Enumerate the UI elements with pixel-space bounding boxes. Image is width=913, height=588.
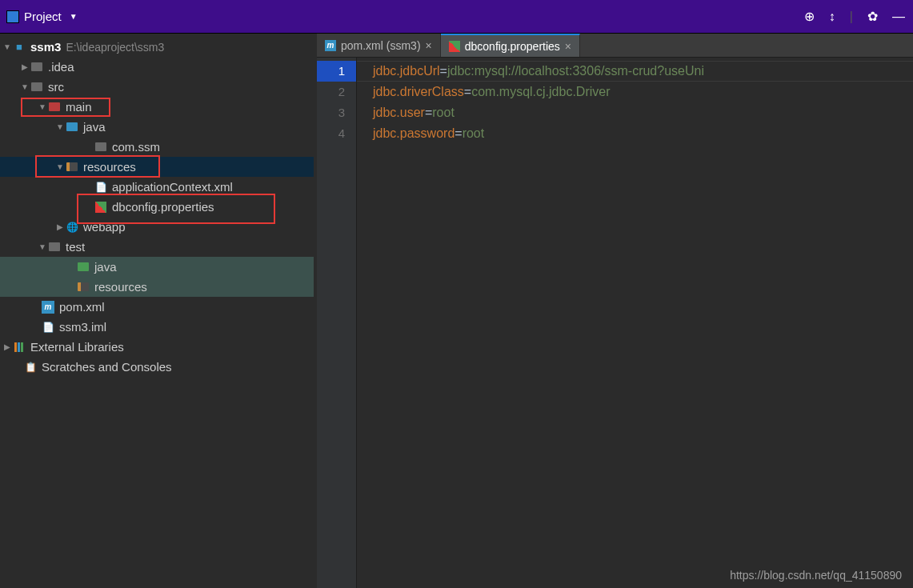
properties-file-icon	[94, 201, 107, 214]
tree-label: .idea	[48, 60, 74, 74]
tree-label: applicationContext.xml	[112, 180, 233, 194]
maven-icon: m	[325, 40, 336, 51]
expand-icon[interactable]: ↕	[829, 10, 835, 24]
equals-sign: =	[464, 85, 471, 98]
toolbar-title-area[interactable]: Project ▼	[0, 10, 78, 23]
project-icon	[6, 10, 19, 23]
code-line: jdbc.jdbcUrl=jdbc:mysql://localhost:3306…	[373, 61, 913, 82]
line-number: 1	[317, 61, 356, 82]
code-line: jdbc.user=root	[373, 102, 913, 123]
tree-item-dbconfig[interactable]: dbconfig.properties	[0, 197, 314, 217]
svg-rect-0	[14, 342, 17, 352]
expand-arrow-icon[interactable]	[19, 82, 30, 91]
tree-item-resources[interactable]: resources	[0, 157, 314, 177]
close-icon[interactable]: ×	[426, 39, 432, 52]
tree-label: java	[83, 120, 106, 134]
libraries-icon	[13, 341, 26, 354]
tree-item-idea[interactable]: .idea	[0, 57, 314, 77]
tree-label: ssm3.iml	[59, 320, 106, 334]
property-key: jdbc.jdbcUrl	[373, 64, 440, 78]
toolbar-actions: ⊕ ↕ | ✿ —	[804, 9, 913, 24]
project-toolbar: Project ▼ ⊕ ↕ | ✿ —	[0, 0, 913, 34]
tree-item-test-resources[interactable]: resources	[0, 277, 314, 297]
expand-arrow-icon[interactable]	[54, 162, 66, 171]
tab-label: pom.xml (ssm3)	[341, 39, 421, 52]
tree-root[interactable]: ■ ssm3 E:\ideaproject\ssm3	[0, 37, 314, 57]
expand-arrow-icon[interactable]	[2, 342, 13, 351]
tree-external-libraries[interactable]: External Libraries	[0, 337, 314, 357]
editor-area: m pom.xml (ssm3) × dbconfig.properties ×…	[317, 34, 913, 588]
tree-item-iml[interactable]: 📄 ssm3.iml	[0, 317, 314, 337]
line-number: 3	[317, 102, 345, 123]
property-key: jdbc.password	[373, 126, 454, 140]
tree-item-src[interactable]: src	[0, 77, 314, 97]
tree-label: com.ssm	[112, 140, 160, 154]
property-key: jdbc.user	[373, 106, 425, 119]
toolbar-title: Project	[24, 10, 62, 23]
properties-icon	[449, 41, 460, 52]
tree-label: resources	[94, 280, 147, 294]
expand-arrow-icon[interactable]	[37, 102, 48, 111]
minimize-icon[interactable]: —	[892, 10, 905, 24]
tree-item-webapp[interactable]: 🌐 webapp	[0, 217, 314, 237]
code-line: jdbc.driverClass=com.mysql.cj.jdbc.Drive…	[373, 82, 913, 102]
folder-icon	[48, 101, 61, 114]
tree-item-java[interactable]: java	[0, 117, 314, 137]
tree-label: ssm3	[30, 40, 61, 54]
tab-dbconfig[interactable]: dbconfig.properties ×	[441, 34, 580, 57]
line-number: 4	[317, 123, 345, 144]
svg-rect-2	[21, 342, 23, 352]
editor-tabs: m pom.xml (ssm3) × dbconfig.properties ×	[317, 34, 913, 58]
tree-item-appctx[interactable]: 📄 applicationContext.xml	[0, 177, 314, 197]
equals-sign: =	[425, 106, 432, 119]
divider: |	[850, 10, 853, 24]
web-folder-icon: 🌐	[66, 221, 78, 234]
project-tree-panel: ■ ssm3 E:\ideaproject\ssm3 .idea src mai…	[0, 34, 317, 588]
test-folder-icon	[77, 261, 90, 274]
close-icon[interactable]: ×	[565, 40, 571, 53]
scratch-icon: 📋	[24, 361, 37, 374]
tree-item-main[interactable]: main	[0, 97, 314, 117]
tree-label: Scratches and Consoles	[42, 360, 172, 374]
tree-item-pom[interactable]: m pom.xml	[0, 297, 314, 317]
watermark: https://blog.csdn.net/qq_41150890	[730, 569, 902, 582]
expand-arrow-icon[interactable]	[54, 222, 66, 231]
test-resources-icon	[77, 281, 90, 294]
tree-path: E:\ideaproject\ssm3	[66, 41, 164, 54]
line-number: 2	[317, 82, 345, 102]
tree-label: java	[94, 260, 117, 274]
expand-arrow-icon[interactable]	[2, 42, 13, 51]
tree-item-test-java[interactable]: java	[0, 257, 314, 277]
tree-label: pom.xml	[59, 300, 105, 314]
svg-rect-1	[18, 342, 20, 352]
tree-label: src	[48, 80, 64, 94]
tree-label: resources	[83, 160, 136, 174]
tree-item-package[interactable]: com.ssm	[0, 137, 314, 157]
expand-arrow-icon[interactable]	[19, 62, 30, 71]
dropdown-icon: ▼	[70, 12, 78, 21]
tab-pom[interactable]: m pom.xml (ssm3) ×	[317, 34, 441, 57]
settings-icon[interactable]: ✿	[867, 9, 878, 24]
tree-scratches[interactable]: 📋 Scratches and Consoles	[0, 357, 314, 377]
code-line: jdbc.password=root	[373, 123, 913, 144]
resources-folder-icon	[66, 161, 78, 174]
tree-item-test[interactable]: test	[0, 237, 314, 257]
property-value: root	[463, 126, 485, 140]
locate-icon[interactable]: ⊕	[804, 9, 815, 24]
equals-sign: =	[440, 64, 447, 78]
iml-file-icon: 📄	[42, 321, 54, 334]
property-value: com.mysql.cj.jdbc.Driver	[471, 85, 610, 98]
folder-icon	[30, 81, 43, 94]
expand-arrow-icon[interactable]	[37, 242, 48, 251]
source-folder-icon	[66, 121, 78, 134]
code-content[interactable]: jdbc.jdbcUrl=jdbc:mysql://localhost:3306…	[357, 58, 913, 588]
tree-label: webapp	[83, 220, 126, 234]
property-value: jdbc:mysql://localhost:3306/ssm-crud?use…	[447, 64, 704, 78]
tree-label: main	[66, 100, 92, 114]
project-tree[interactable]: ■ ssm3 E:\ideaproject\ssm3 .idea src mai…	[0, 34, 314, 377]
tree-label: External Libraries	[30, 340, 124, 354]
code-editor[interactable]: 1 2 3 4 jdbc.jdbcUrl=jdbc:mysql://localh…	[317, 58, 913, 588]
tab-label: dbconfig.properties	[465, 40, 560, 53]
module-icon: ■	[13, 41, 26, 54]
expand-arrow-icon[interactable]	[54, 122, 66, 131]
